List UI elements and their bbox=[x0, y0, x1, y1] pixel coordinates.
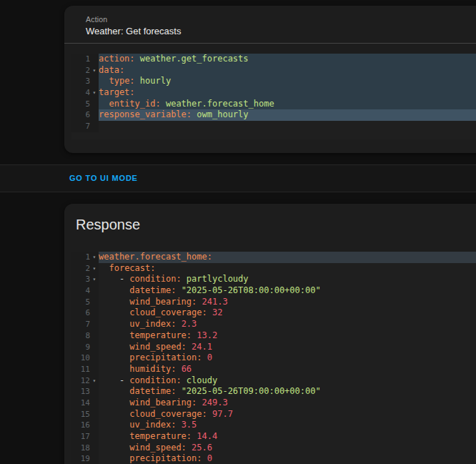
token-num: 13.2 bbox=[197, 330, 217, 340]
code-line[interactable]: 2▾data: bbox=[71, 65, 476, 76]
token-plain bbox=[207, 409, 212, 419]
token-num: 0 bbox=[207, 352, 212, 362]
line-number: 1 bbox=[71, 54, 90, 65]
line-number: 2 bbox=[71, 65, 90, 76]
code-text[interactable]: response_variable: owm_hourly bbox=[99, 109, 476, 121]
code-text[interactable]: wind_bearing: 249.3 bbox=[99, 398, 476, 409]
code-line[interactable]: 6 cloud_coverage: 32 bbox=[71, 307, 476, 319]
editor-gutter: 6 bbox=[71, 307, 99, 319]
code-text[interactable]: - condition: cloudy bbox=[99, 375, 476, 387]
token-str: "2025-05-26T08:00:00+00:00" bbox=[182, 285, 321, 295]
line-number: 15 bbox=[71, 409, 90, 420]
token-str: hourly bbox=[140, 76, 171, 86]
code-line[interactable]: 5 entity_id: weather.forecast_home bbox=[71, 99, 476, 110]
code-line[interactable]: 10 precipitation: 0 bbox=[71, 352, 476, 364]
editor-gutter: 15 bbox=[71, 409, 99, 420]
code-line[interactable]: 15 cloud_coverage: 97.7 bbox=[71, 409, 476, 420]
code-text[interactable]: target: bbox=[99, 87, 476, 99]
action-title: Weather: Get forecasts bbox=[86, 26, 476, 36]
code-text[interactable]: wind_speed: 25.6 bbox=[99, 443, 476, 454]
code-text[interactable]: type: hourly bbox=[99, 76, 476, 87]
token-plain bbox=[176, 386, 181, 396]
code-line[interactable]: 6response_variable: owm_hourly bbox=[71, 109, 476, 121]
response-title: Response bbox=[64, 204, 476, 233]
token-str: owm_hourly bbox=[197, 109, 248, 119]
code-line[interactable]: 1▾weather.forecast_home: bbox=[71, 252, 476, 263]
code-line[interactable]: 18 wind_speed: 25.6 bbox=[71, 443, 476, 454]
editor-gutter: 11 bbox=[71, 364, 99, 375]
code-line[interactable]: 14 wind_bearing: 249.3 bbox=[71, 398, 476, 409]
token-plain: - bbox=[99, 375, 129, 385]
fold-spacer bbox=[90, 54, 99, 65]
code-text[interactable]: precipitation: 0 bbox=[99, 453, 476, 464]
fold-spacer bbox=[90, 121, 99, 132]
code-line[interactable]: 9 wind_speed: 24.1 bbox=[71, 342, 476, 353]
code-line[interactable]: 8 temperature: 13.2 bbox=[71, 330, 476, 342]
code-text[interactable]: entity_id: weather.forecast_home bbox=[99, 99, 476, 110]
code-line[interactable]: 17 temperature: 14.4 bbox=[71, 431, 476, 443]
code-line[interactable]: 2▾ forecast: bbox=[71, 263, 476, 275]
code-text[interactable]: temperature: 14.4 bbox=[99, 431, 476, 443]
code-text[interactable]: humidity: 66 bbox=[99, 364, 476, 375]
yaml-action-editor[interactable]: 1action: weather.get_forecasts2▾data:3 t… bbox=[71, 54, 476, 139]
code-text[interactable]: uv_index: 2.3 bbox=[99, 319, 476, 330]
code-text[interactable]: cloud_coverage: 97.7 bbox=[99, 409, 476, 420]
code-text[interactable]: cloud_coverage: 32 bbox=[99, 307, 476, 319]
code-line[interactable]: 5 wind_bearing: 241.3 bbox=[71, 297, 476, 308]
code-text[interactable]: datetime: "2025-05-26T09:00:00+00:00" bbox=[99, 386, 476, 398]
line-number: 4 bbox=[71, 285, 90, 297]
code-line[interactable]: 1action: weather.get_forecasts bbox=[71, 54, 476, 65]
code-line[interactable]: 7 bbox=[71, 121, 476, 132]
code-text[interactable]: - condition: partlycloudy bbox=[99, 274, 476, 285]
code-line[interactable]: 3 type: hourly bbox=[71, 76, 476, 87]
token-plain bbox=[176, 364, 181, 374]
fold-toggle-icon[interactable]: ▾ bbox=[90, 87, 99, 99]
fold-toggle-icon[interactable]: ▾ bbox=[90, 274, 99, 285]
yaml-response-viewer[interactable]: 1▾weather.forecast_home:2▾ forecast:3▾ -… bbox=[71, 252, 476, 464]
line-number: 5 bbox=[71, 297, 90, 308]
code-text[interactable]: wind_speed: 24.1 bbox=[99, 342, 476, 353]
token-plain bbox=[99, 398, 129, 408]
code-line[interactable]: 4 datetime: "2025-05-26T08:00:00+00:00" bbox=[71, 285, 476, 297]
editor-gutter: 1▾ bbox=[71, 252, 99, 263]
code-line[interactable]: 7 uv_index: 2.3 bbox=[71, 319, 476, 330]
token-str: weather.get_forecasts bbox=[140, 54, 249, 64]
line-number: 1 bbox=[71, 252, 90, 263]
token-plain bbox=[176, 319, 181, 329]
token-key: datetime: bbox=[129, 285, 176, 295]
line-number: 2 bbox=[71, 263, 90, 275]
go-to-ui-mode-button[interactable]: GO TO UI MODE bbox=[69, 165, 138, 192]
fold-spacer bbox=[90, 109, 99, 121]
code-text[interactable]: wind_bearing: 241.3 bbox=[99, 297, 476, 308]
fold-toggle-icon[interactable]: ▾ bbox=[90, 263, 99, 275]
code-line[interactable]: 19 precipitation: 0 bbox=[71, 453, 476, 464]
fold-toggle-icon[interactable]: ▾ bbox=[90, 65, 99, 76]
code-text[interactable]: datetime: "2025-05-26T08:00:00+00:00" bbox=[99, 285, 476, 297]
fold-toggle-icon[interactable]: ▾ bbox=[90, 375, 99, 387]
line-number: 11 bbox=[71, 364, 90, 375]
token-plain bbox=[99, 297, 129, 307]
token-plain bbox=[99, 386, 129, 396]
code-line[interactable]: 12▾ - condition: cloudy bbox=[71, 375, 476, 387]
code-text[interactable]: temperature: 13.2 bbox=[99, 330, 476, 342]
token-plain bbox=[197, 398, 202, 408]
code-line[interactable]: 3▾ - condition: partlycloudy bbox=[71, 274, 476, 285]
code-line[interactable]: 13 datetime: "2025-05-26T09:00:00+00:00" bbox=[71, 386, 476, 398]
code-line[interactable]: 4▾target: bbox=[71, 87, 476, 99]
code-line[interactable]: 16 uv_index: 3.5 bbox=[71, 420, 476, 431]
fold-toggle-icon[interactable]: ▾ bbox=[90, 252, 99, 263]
fold-spacer bbox=[90, 285, 99, 297]
token-plain bbox=[182, 375, 187, 385]
code-text[interactable]: precipitation: 0 bbox=[99, 352, 476, 364]
editor-gutter: 9 bbox=[71, 342, 99, 353]
code-text[interactable] bbox=[99, 121, 476, 132]
code-text[interactable]: data: bbox=[99, 65, 476, 76]
code-line[interactable]: 11 humidity: 66 bbox=[71, 364, 476, 375]
action-type-label: Action bbox=[86, 15, 476, 24]
code-text[interactable]: action: weather.get_forecasts bbox=[99, 54, 476, 65]
code-text[interactable]: uv_index: 3.5 bbox=[99, 420, 476, 431]
fold-spacer bbox=[90, 307, 99, 319]
code-text[interactable]: forecast: bbox=[99, 263, 476, 275]
code-text[interactable]: weather.forecast_home: bbox=[99, 252, 476, 263]
token-key: condition: bbox=[129, 274, 181, 284]
